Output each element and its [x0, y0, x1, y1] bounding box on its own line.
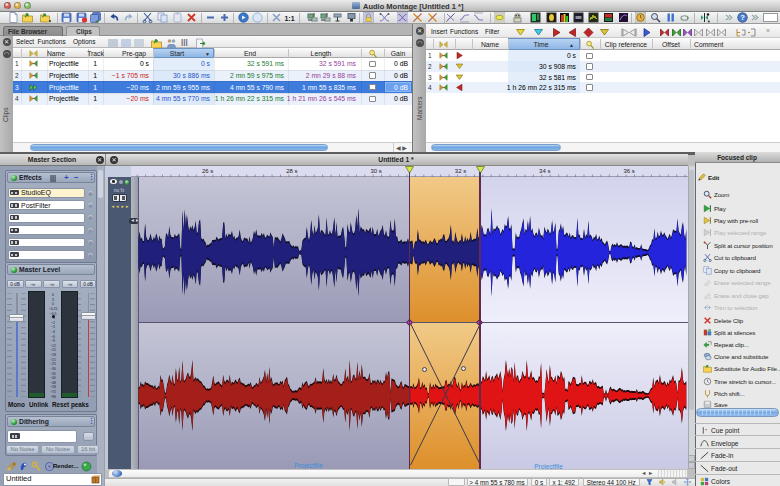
svg-text:?: ?	[741, 13, 746, 22]
svg-text:1:1: 1:1	[284, 15, 294, 22]
